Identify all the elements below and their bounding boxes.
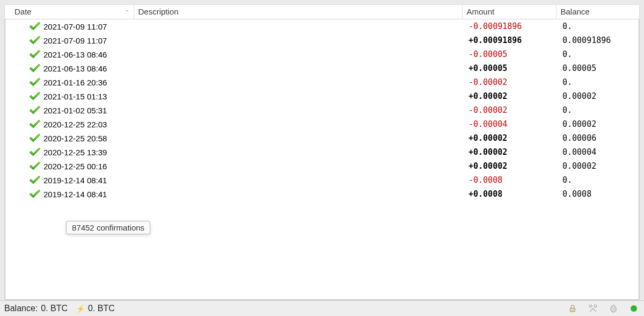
tools-icon[interactable] [587, 303, 599, 314]
svg-point-1 [589, 305, 592, 307]
lightning-segment: ⚡ 0. BTC [76, 304, 115, 313]
cell-description[interactable] [134, 47, 462, 61]
table-row[interactable]: 2021-07-09 11:07+0.000918960.00091896 [5, 33, 639, 47]
cell-description[interactable] [134, 145, 462, 159]
balance-value: 0. BTC [41, 304, 68, 313]
cell-amount: -0.00002 [462, 103, 556, 117]
cell-balance: 0. [556, 47, 639, 61]
date-text: 2021-06-13 08:46 [43, 64, 107, 73]
lock-icon[interactable] [567, 303, 579, 314]
column-header-amount[interactable]: Amount [462, 5, 556, 19]
cell-description[interactable] [134, 33, 462, 47]
cell-description[interactable] [134, 159, 462, 173]
confirmed-checkmark-icon [28, 92, 40, 100]
table-row[interactable]: 2020-12-25 13:39+0.000020.00004 [5, 145, 639, 159]
cell-balance: 0.00002 [556, 159, 639, 173]
cell-description[interactable] [134, 103, 462, 117]
column-header-amount-label: Amount [467, 7, 495, 16]
lightning-icon: ⚡ [76, 305, 85, 313]
confirmed-checkmark-icon [28, 22, 40, 31]
column-header-balance[interactable]: Balance [556, 5, 639, 19]
cell-amount: +0.00002 [462, 159, 556, 173]
date-text: 2021-07-09 11:07 [43, 36, 107, 45]
table-row[interactable]: 2021-06-13 08:46+0.000050.00005 [5, 61, 639, 75]
confirmed-checkmark-icon [28, 106, 40, 114]
confirmed-checkmark-icon [28, 148, 40, 156]
cell-amount: +0.00002 [462, 145, 556, 159]
cell-balance: 0.00004 [556, 145, 639, 159]
table-row[interactable]: 2019-12-14 08:41-0.00080. [5, 173, 639, 187]
table-row[interactable]: 2021-07-09 11:07-0.000918960. [5, 19, 639, 34]
date-text: 2020-12-25 13:39 [43, 148, 107, 157]
cell-amount: -0.00004 [462, 117, 556, 131]
cell-balance: 0. [556, 75, 639, 89]
column-header-date-label: Date [14, 7, 32, 16]
confirmed-checkmark-icon [28, 78, 40, 87]
cell-amount: -0.00005 [462, 47, 556, 61]
cell-description[interactable] [134, 131, 462, 145]
cell-description[interactable] [134, 75, 462, 89]
cell-balance: 0. [556, 19, 639, 34]
cell-description[interactable] [134, 89, 462, 103]
date-text: 2021-01-15 01:13 [43, 92, 107, 101]
transaction-table: Date ⌃ Description Amount Balance [5, 5, 639, 201]
cell-date: 2021-01-02 05:31 [5, 103, 134, 117]
cell-description[interactable] [134, 117, 462, 131]
date-text: 2019-12-14 08:41 [43, 190, 107, 199]
cell-description[interactable] [134, 61, 462, 75]
cell-balance: 0.00002 [556, 117, 639, 131]
cell-date: 2020-12-25 13:39 [5, 145, 134, 159]
seed-icon[interactable] [608, 303, 619, 314]
cell-date: 2021-07-09 11:07 [5, 19, 134, 34]
table-row[interactable]: 2020-12-25 00:16+0.000020.00002 [5, 159, 639, 173]
cell-date: 2020-12-25 00:16 [5, 159, 134, 173]
network-status-icon[interactable] [628, 303, 640, 314]
confirmed-checkmark-icon [28, 50, 40, 59]
cell-date: 2021-06-13 08:46 [5, 61, 134, 75]
balance-label: Balance: [4, 304, 38, 313]
cell-description[interactable] [134, 187, 462, 201]
cell-amount: -0.00091896 [462, 19, 556, 34]
table-row[interactable]: 2020-12-25 22:03-0.000040.00002 [5, 117, 639, 131]
column-header-description-label: Description [138, 7, 179, 16]
sort-ascending-icon: ⌃ [125, 9, 129, 15]
cell-balance: 0.0008 [556, 187, 639, 201]
cell-date: 2019-12-14 08:41 [5, 187, 134, 201]
date-text: 2021-01-16 20:36 [43, 78, 107, 87]
table-row[interactable]: 2021-01-16 20:36-0.000020. [5, 75, 639, 89]
column-header-date[interactable]: Date ⌃ [5, 5, 134, 19]
svg-rect-0 [570, 308, 575, 312]
confirmed-checkmark-icon [28, 36, 40, 45]
cell-amount: +0.00002 [462, 89, 556, 103]
cell-amount: +0.0008 [462, 187, 556, 201]
date-text: 2020-12-25 20:58 [43, 134, 107, 143]
cell-date: 2019-12-14 08:41 [5, 173, 134, 187]
date-text: 2021-01-02 05:31 [43, 106, 107, 115]
table-row[interactable]: 2020-12-25 20:58+0.000020.00006 [5, 131, 639, 145]
cell-description[interactable] [134, 19, 462, 34]
cell-amount: +0.00091896 [462, 33, 556, 47]
confirmed-checkmark-icon [28, 176, 40, 184]
cell-date: 2021-01-16 20:36 [5, 75, 134, 89]
date-text: 2021-07-09 11:07 [43, 22, 107, 31]
cell-balance: 0. [556, 103, 639, 117]
cell-balance: 0.00091896 [556, 33, 639, 47]
cell-date: 2021-01-15 01:13 [5, 89, 134, 103]
date-text: 2020-12-25 00:16 [43, 162, 107, 171]
table-row[interactable]: 2021-06-13 08:46-0.000050. [5, 47, 639, 61]
balance-segment: Balance: 0. BTC [4, 304, 68, 313]
confirmed-checkmark-icon [28, 190, 40, 198]
cell-date: 2021-06-13 08:46 [5, 47, 134, 61]
confirmations-tooltip-text: 87452 confirmations [72, 223, 144, 232]
cell-balance: 0. [556, 173, 639, 187]
cell-balance: 0.00006 [556, 131, 639, 145]
table-row[interactable]: 2021-01-15 01:13+0.000020.00002 [5, 89, 639, 103]
cell-description[interactable] [134, 173, 462, 187]
table-row[interactable]: 2021-01-02 05:31-0.000020. [5, 103, 639, 117]
column-header-description[interactable]: Description [134, 5, 462, 19]
column-header-balance-label: Balance [561, 7, 590, 16]
cell-amount: -0.0008 [462, 173, 556, 187]
table-row[interactable]: 2019-12-14 08:41+0.00080.0008 [5, 187, 639, 201]
cell-date: 2020-12-25 22:03 [5, 117, 134, 131]
cell-balance: 0.00005 [556, 61, 639, 75]
